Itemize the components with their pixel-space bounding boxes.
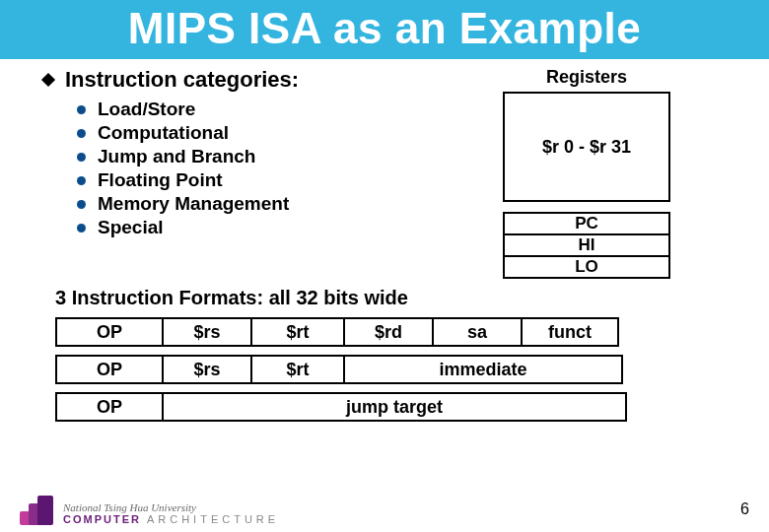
footer-text: National Tsing Hua University COMPUTERAR… [63, 501, 279, 525]
field-immediate: immediate [343, 355, 623, 384]
dept-name: COMPUTERARCHITECTURE [63, 513, 279, 525]
list-item: Jump and Branch [77, 146, 422, 167]
org-name: National Tsing Hua University [63, 501, 279, 513]
slide-footer: National Tsing Hua University COMPUTERAR… [0, 493, 769, 532]
list-item: Special [77, 217, 422, 238]
category-text: Memory Management [98, 193, 289, 215]
format-i-type: OP $rs $rt immediate [55, 355, 647, 384]
format-j-type: OP jump target [55, 392, 647, 422]
field-funct: funct [521, 317, 619, 347]
register-pc-box: PC [503, 212, 670, 235]
list-item: Computational [77, 122, 422, 144]
instruction-formats: 3 Instruction Formats: all 32 bits wide … [0, 277, 769, 422]
footer-logo: National Tsing Hua University COMPUTERAR… [20, 494, 279, 525]
categories-heading-row: Instruction categories: [43, 67, 422, 93]
list-item: Floating Point [77, 169, 422, 191]
list-item: Load/Store [77, 99, 422, 120]
format-r-type: OP $rs $rt $rd sa funct [55, 317, 647, 347]
field-jump-target: jump target [162, 392, 627, 422]
dot-icon [77, 224, 86, 233]
category-text: Computational [98, 122, 229, 144]
registers-title: Registers [432, 67, 741, 88]
page-number: 6 [740, 500, 749, 518]
field-op: OP [55, 355, 164, 384]
field-rt: $rt [250, 317, 345, 347]
field-op: OP [55, 392, 164, 422]
dot-icon [77, 176, 86, 185]
list-item: Memory Management [77, 193, 422, 215]
slide: MIPS ISA as an Example Instruction categ… [0, 0, 769, 532]
title-band: MIPS ISA as an Example [0, 0, 769, 59]
dot-icon [77, 200, 86, 209]
field-rt: $rt [250, 355, 345, 384]
categories-list: Load/Store Computational Jump and Branch… [77, 99, 422, 238]
field-op: OP [55, 317, 164, 347]
content-area: Instruction categories: Load/Store Compu… [0, 59, 769, 277]
field-rd: $rd [343, 317, 434, 347]
categories-heading: Instruction categories: [65, 67, 299, 93]
category-text: Jump and Branch [98, 146, 255, 167]
left-column: Instruction categories: Load/Store Compu… [43, 67, 422, 277]
right-column: Registers $r 0 - $r 31 PC HI LO [422, 67, 741, 277]
field-rs: $rs [162, 317, 252, 347]
register-lo-box: LO [503, 255, 670, 279]
dot-icon [77, 105, 86, 114]
slide-title: MIPS ISA as an Example [0, 4, 769, 53]
dot-icon [77, 153, 86, 162]
diamond-bullet-icon [41, 73, 55, 87]
category-text: Special [98, 217, 164, 238]
category-text: Load/Store [98, 99, 195, 120]
formats-heading: 3 Instruction Formats: all 32 bits wide [55, 287, 769, 309]
category-text: Floating Point [98, 169, 223, 191]
logo-bars-icon [20, 494, 55, 525]
register-hi-box: HI [503, 233, 670, 257]
register-file-box: $r 0 - $r 31 [503, 92, 670, 202]
field-rs: $rs [162, 355, 252, 384]
dot-icon [77, 129, 86, 138]
field-sa: sa [432, 317, 523, 347]
